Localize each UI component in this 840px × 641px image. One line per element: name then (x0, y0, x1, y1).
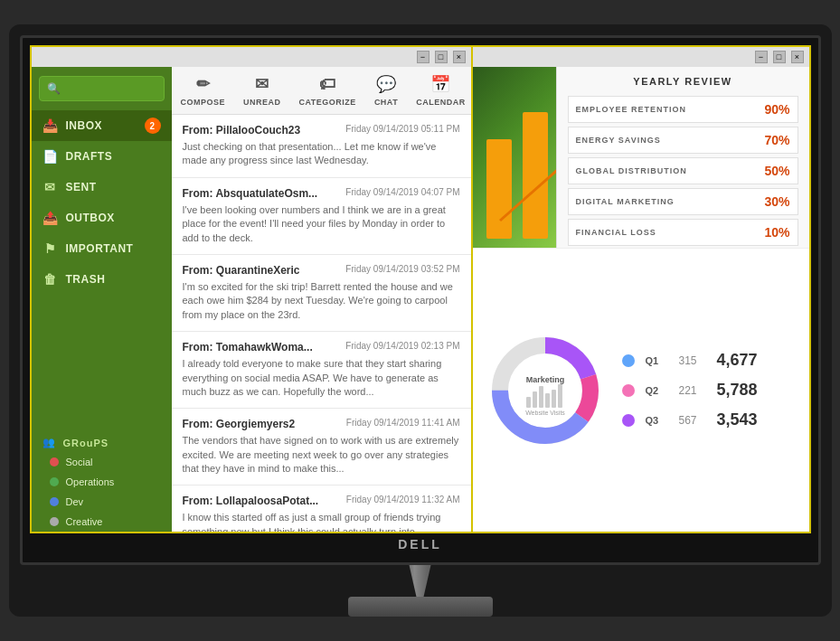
svg-rect-16 (558, 384, 562, 408)
email-from: From: Georgiemyers2 (183, 418, 296, 430)
email-from: From: LollapaloosaPotat... (183, 495, 319, 507)
operations-label: Operations (66, 476, 115, 487)
calendar-icon: 📅 (430, 74, 451, 94)
svg-rect-12 (533, 391, 537, 408)
search-icon: 🔍 (47, 82, 61, 95)
q1-dot (622, 354, 635, 367)
svg-rect-13 (539, 386, 543, 408)
toolbar: ✏ COMPOSE ✉ UNREAD 🏷 CATEGORIZE (172, 67, 471, 115)
sidebar-item-important[interactable]: ⚑ IMPORTANT (32, 233, 172, 264)
group-social[interactable]: Social (32, 452, 172, 472)
minimize-button[interactable]: − (417, 51, 429, 63)
sidebar-item-outbox[interactable]: 📤 OUTBOX (32, 203, 172, 233)
search-box[interactable]: 🔍 (39, 76, 165, 101)
dash-maximize-button[interactable]: □ (773, 51, 786, 63)
svg-rect-15 (552, 390, 556, 408)
email-preview: The vendors that have signed on to work … (183, 434, 460, 476)
stat-row-q3: Q3 567 3,543 (622, 410, 796, 429)
email-header: From: TomahawkWoma... Friday 09/14/2019 … (183, 341, 460, 353)
trash-label: TRASH (66, 273, 106, 286)
yr-row-digital-marketing: DIGITAL MARKETING 30% (568, 188, 798, 215)
bottom-section: Marketing Website Visits Q1 315 4,677 (473, 248, 809, 532)
drafts-label: DRAFTS (66, 150, 113, 163)
email-item[interactable]: From: Georgiemyers2 Friday 09/14/2019 11… (172, 409, 471, 485)
yr-label-energy-savings: ENERGY SAVINGS (576, 136, 661, 145)
outbox-icon: 📤 (42, 210, 59, 226)
yr-label-global-distribution: GLOBAL DISTRIBUTION (576, 166, 687, 175)
maximize-button[interactable]: □ (435, 51, 448, 63)
drafts-icon: 📄 (42, 148, 59, 165)
social-label: Social (66, 457, 93, 467)
email-preview: Just checking on that presentation... Le… (183, 140, 460, 168)
compose-icon: ✏ (196, 74, 211, 94)
monitor-stand (348, 565, 493, 617)
bar-chart-svg (473, 67, 556, 248)
email-preview: I know this started off as just a small … (183, 511, 460, 532)
email-item[interactable]: From: TomahawkWoma... Friday 09/14/2019 … (172, 332, 471, 409)
categorize-label: CATEGORIZE (299, 98, 356, 107)
yr-label-employee-retention: EMPLOYEE RETENTION (576, 105, 687, 114)
group-dev[interactable]: Dev (32, 492, 172, 512)
sidebar-item-sent[interactable]: ✉ SENT (32, 172, 172, 203)
operations-dot (50, 477, 59, 486)
inbox-badge: 2 (145, 118, 161, 134)
chat-icon: 💬 (376, 74, 397, 94)
email-item[interactable]: From: LollapaloosaPotat... Friday 09/14/… (172, 485, 471, 532)
email-item[interactable]: From: QuarantineXeric Friday 09/14/2019 … (172, 255, 471, 332)
inbox-icon: 📥 (42, 118, 59, 134)
email-content: 🔍 📥 INBOX 2 📄 DRAFTS (32, 67, 471, 532)
group-operations[interactable]: Operations (32, 472, 172, 492)
bar-chart-area (473, 67, 556, 248)
email-from: From: TomahawkWoma... (183, 341, 313, 353)
unread-button[interactable]: ✉ UNREAD (243, 74, 281, 107)
screen-bezel: − □ × 🔍 📥 INBOX 2 (20, 35, 821, 565)
email-date: Friday 09/14/2019 11:41 AM (346, 418, 460, 430)
email-header: From: PillaIooCouch23 Friday 09/14/2019 … (183, 124, 460, 137)
outbox-label: OUTBOX (66, 212, 115, 224)
sidebar-item-trash[interactable]: 🗑 TRASH (32, 264, 172, 295)
dev-label: Dev (66, 496, 84, 507)
svg-rect-11 (526, 397, 531, 408)
svg-rect-1 (523, 112, 548, 239)
dell-logo: DELL (30, 533, 811, 555)
yearly-review-title: YEARLY REVIEW (568, 76, 798, 87)
sidebar-item-drafts[interactable]: 📄 DRAFTS (32, 141, 172, 172)
sidebar: 🔍 📥 INBOX 2 📄 DRAFTS (32, 67, 172, 532)
q3-num1: 567 (679, 414, 706, 427)
email-date: Friday 09/14/2019 04:07 PM (345, 187, 459, 200)
stand-neck (402, 565, 439, 597)
svg-rect-0 (486, 139, 512, 239)
unread-icon: ✉ (255, 74, 269, 94)
sent-label: SENT (66, 181, 97, 193)
yr-row-energy-savings: ENERGY SAVINGS 70% (568, 127, 798, 154)
group-creative[interactable]: Creative (32, 512, 172, 532)
unread-label: UNREAD (243, 98, 281, 107)
donut-container: Marketing Website Visits (486, 332, 604, 449)
chat-button[interactable]: 💬 CHAT (374, 74, 398, 107)
stats-rows: Q1 315 4,677 Q2 221 5,788 (622, 351, 796, 429)
dev-dot (50, 497, 59, 506)
yr-value-digital-marketing: 30% (764, 194, 789, 209)
creative-dot (50, 517, 59, 526)
email-preview: I'm so excited for the ski trip! Barrett… (183, 280, 460, 322)
email-header: From: LollapaloosaPotat... Friday 09/14/… (183, 495, 460, 507)
dash-close-button[interactable]: × (791, 51, 804, 63)
email-item[interactable]: From: PillaIooCouch23 Friday 09/14/2019 … (172, 115, 471, 178)
compose-button[interactable]: ✏ COMPOSE (181, 74, 226, 107)
email-window: − □ × 🔍 📥 INBOX 2 (30, 45, 473, 533)
yr-row-global-distribution: GLOBAL DISTRIBUTION 50% (568, 157, 798, 184)
dash-minimize-button[interactable]: − (755, 51, 768, 63)
calendar-button[interactable]: 📅 CALENDAR (416, 74, 466, 107)
q2-label: Q2 (646, 385, 668, 396)
trash-icon: 🗑 (42, 271, 59, 288)
email-item[interactable]: From: AbsquatulateOsm... Friday 09/14/20… (172, 178, 471, 255)
email-titlebar: − □ × (32, 47, 471, 67)
close-button[interactable]: × (453, 51, 466, 63)
email-preview: I already told everyone to make sure tha… (183, 357, 460, 399)
yr-value-financial-loss: 10% (764, 225, 789, 240)
email-from: From: AbsquatulateOsm... (183, 187, 318, 200)
email-date: Friday 09/14/2019 05:11 PM (345, 124, 459, 137)
q1-label: Q1 (646, 355, 668, 366)
categorize-button[interactable]: 🏷 CATEGORIZE (299, 75, 356, 107)
sidebar-item-inbox[interactable]: 📥 INBOX 2 (32, 110, 172, 141)
